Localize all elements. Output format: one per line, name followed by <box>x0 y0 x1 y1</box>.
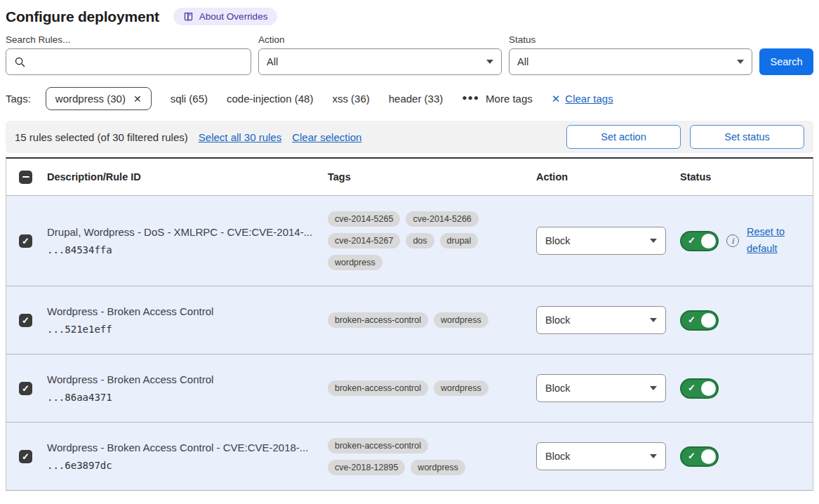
selected-tag-chip[interactable]: wordpress (30) ✕ <box>46 87 152 110</box>
check-icon: ✓ <box>22 237 29 246</box>
tag-filter-header[interactable]: header (33) <box>389 93 444 105</box>
set-action-button[interactable]: Set action <box>566 125 681 149</box>
more-tags-label: More tags <box>486 93 533 105</box>
selected-tag-label: wordpress (30) <box>55 93 126 105</box>
ellipsis-icon: ●●● <box>462 93 479 102</box>
chevron-down-icon <box>486 60 493 64</box>
status-toggle[interactable]: ✓ <box>680 378 719 399</box>
action-select-value: Block <box>545 235 570 246</box>
tag-pill: wordpress <box>411 460 465 475</box>
action-select-value: Block <box>545 383 570 394</box>
check-icon: ✓ <box>22 452 29 461</box>
row-checkbox[interactable]: ✓ <box>19 382 32 395</box>
rule-description: Wordpress - Broken Access Control - CVE:… <box>47 442 318 453</box>
check-icon: ✓ <box>688 383 695 393</box>
toggle-knob <box>701 234 716 248</box>
tag-pill: cve-2018-12895 <box>328 460 405 475</box>
check-icon: ✓ <box>22 384 29 393</box>
tags-bar: Tags: wordpress (30) ✕ sqli (65) code-in… <box>0 75 819 110</box>
tag-filter-xss[interactable]: xss (36) <box>332 93 369 105</box>
tag-filter-sqli[interactable]: sqli (65) <box>171 93 208 105</box>
column-header-status: Status <box>680 171 813 183</box>
action-select[interactable]: Block <box>536 442 666 470</box>
search-icon <box>14 56 26 68</box>
table-header-row: Description/Rule ID Tags Action Status <box>6 159 813 195</box>
tag-pill: wordpress <box>434 380 488 396</box>
status-label: Status <box>509 34 752 45</box>
selection-summary: 15 rules selected (of 30 filtered rules) <box>15 131 188 143</box>
tag-pill: wordpress <box>328 255 382 270</box>
table-row: ✓ Wordpress - Broken Access Control - CV… <box>6 422 813 490</box>
action-filter-value: All <box>267 56 278 67</box>
check-icon: ✓ <box>22 316 29 325</box>
tag-pill: dos <box>406 233 434 248</box>
status-field: Status All <box>509 34 752 75</box>
status-filter-select[interactable]: All <box>509 48 752 75</box>
close-icon: ✕ <box>552 93 561 105</box>
clear-selection-link[interactable]: Clear selection <box>292 131 361 143</box>
search-input[interactable] <box>32 55 243 68</box>
book-icon <box>183 11 194 22</box>
rule-tags: broken-access-controlcve-2018-12895wordp… <box>328 428 503 485</box>
rule-id: ...6e3897dc <box>47 460 318 471</box>
search-field: Search Rules... <box>6 34 251 75</box>
chevron-down-icon <box>737 60 744 64</box>
tag-pill: broken-access-control <box>328 312 428 328</box>
status-filter-value: All <box>517 56 528 67</box>
table-row: ✓ Wordpress - Broken Access Control ...8… <box>6 354 813 422</box>
reset-to-default-link[interactable]: Reset to default <box>747 224 792 258</box>
page-title: Configure deployment <box>6 8 159 25</box>
status-toggle[interactable]: ✓ <box>680 446 719 467</box>
clear-tags-label: Clear tags <box>565 93 613 105</box>
check-icon: ✓ <box>688 314 695 325</box>
action-filter-select[interactable]: All <box>258 48 502 75</box>
action-select[interactable]: Block <box>536 227 666 255</box>
tag-pill: wordpress <box>434 312 488 328</box>
search-rules-label: Search Rules... <box>6 34 251 45</box>
more-tags-button[interactable]: ●●● More tags <box>462 93 532 105</box>
table-row: ✓ Wordpress - Broken Access Control ...5… <box>6 286 813 354</box>
indeterminate-icon <box>22 176 29 178</box>
tag-pill: cve-2014-5266 <box>406 211 478 227</box>
check-icon: ✓ <box>688 451 695 461</box>
tag-pill: broken-access-control <box>328 380 428 396</box>
rule-tags: cve-2014-5265cve-2014-5266cve-2014-5267d… <box>328 201 503 280</box>
status-toggle[interactable]: ✓ <box>680 310 719 331</box>
action-select-value: Block <box>545 451 570 462</box>
rule-description: Wordpress - Broken Access Control <box>47 305 318 317</box>
row-checkbox[interactable]: ✓ <box>19 234 32 248</box>
select-all-rules-link[interactable]: Select all 30 rules <box>199 131 281 143</box>
action-field: Action All <box>258 34 502 75</box>
filters-row: Search Rules... Action All Status All Se… <box>0 25 819 75</box>
toggle-knob <box>701 449 716 464</box>
remove-tag-icon[interactable]: ✕ <box>133 93 142 105</box>
column-header-action: Action <box>536 171 680 183</box>
tag-pill: cve-2014-5267 <box>328 233 400 248</box>
table-body: ✓ Drupal, Wordpress - DoS - XMLRPC - CVE… <box>6 195 813 490</box>
page-header: Configure deployment About Overrides <box>0 0 819 25</box>
search-button[interactable]: Search <box>759 48 813 75</box>
tag-filter-code-injection[interactable]: code-injection (48) <box>227 93 313 105</box>
rule-id: ...521e1eff <box>47 324 318 335</box>
rules-table: Description/Rule ID Tags Action Status ✓… <box>6 157 813 491</box>
set-status-button[interactable]: Set status <box>690 125 804 149</box>
row-checkbox[interactable]: ✓ <box>19 450 32 463</box>
rule-id: ...84534ffa <box>47 244 318 256</box>
rule-tags: broken-access-controlwordpress <box>328 371 503 406</box>
action-select[interactable]: Block <box>536 306 666 334</box>
select-all-checkbox[interactable] <box>19 171 32 184</box>
toggle-knob <box>701 313 716 328</box>
rule-description: Drupal, Wordpress - DoS - XMLRPC - CVE:C… <box>47 226 318 238</box>
rule-id: ...86aa4371 <box>47 392 318 403</box>
toggle-knob <box>701 381 716 396</box>
selection-bar: 15 rules selected (of 30 filtered rules)… <box>6 121 813 153</box>
action-select-value: Block <box>545 314 570 326</box>
clear-tags-button[interactable]: ✕ Clear tags <box>552 93 613 105</box>
row-checkbox[interactable]: ✓ <box>19 314 32 327</box>
table-row: ✓ Drupal, Wordpress - DoS - XMLRPC - CVE… <box>6 195 813 286</box>
status-toggle[interactable]: ✓ <box>680 231 719 251</box>
rule-tags: broken-access-controlwordpress <box>328 303 503 338</box>
action-select[interactable]: Block <box>536 374 666 402</box>
about-overrides-badge[interactable]: About Overrides <box>173 8 278 25</box>
tag-pill: cve-2014-5265 <box>328 211 400 227</box>
